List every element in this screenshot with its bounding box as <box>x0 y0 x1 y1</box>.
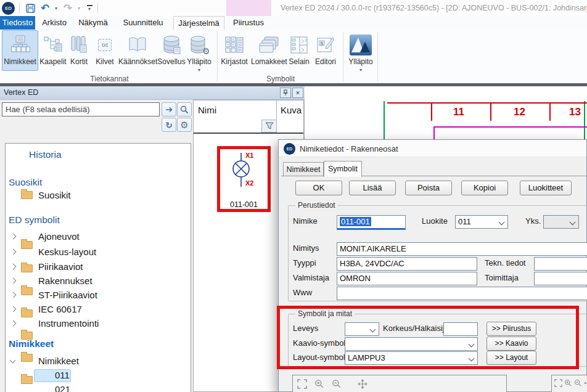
pin-icon <box>282 89 289 96</box>
zoom-fit-button[interactable] <box>554 379 562 387</box>
tree-heading-historia[interactable]: Historia <box>29 149 62 160</box>
undo-dropdown[interactable]: ▾ <box>53 2 59 14</box>
tab-piirustus[interactable]: Piirustus <box>224 16 273 30</box>
kopioi-button[interactable]: Kopioi <box>461 181 508 195</box>
tree-item-st-piirikaaviot[interactable]: ST-Piirikaaviot <box>38 290 97 300</box>
column-header-nimi[interactable]: Nimi <box>198 105 216 115</box>
tyyppi-field[interactable]: H3BA, 24VDC/AC <box>337 257 477 271</box>
tab-suunnittelu[interactable]: Suunnittelu <box>113 16 173 30</box>
frame-tick-red <box>490 102 491 121</box>
ribbon-button-editori[interactable]: S Editori <box>313 30 338 71</box>
folder-icon <box>21 191 33 199</box>
window-title: Vertex ED 2024 / 30.0.0-rc (r193762-1356… <box>281 4 587 12</box>
poista-button[interactable]: Poista <box>405 181 452 195</box>
nimike-field[interactable]: 011-001 <box>337 215 406 230</box>
ribbon-button-yllapito-db[interactable]: ⚙ Ylläpito ▾ <box>185 30 213 78</box>
ribbon-button-kortit[interactable]: Kortit <box>65 30 92 71</box>
zoom-in-button[interactable] <box>314 379 324 389</box>
tree-item-iec-60617[interactable]: IEC 60617 <box>38 304 82 314</box>
ribbon-button-yllapito-vertex[interactable]: Ylläpito ▾ <box>347 30 375 78</box>
kaavio-symboli-combobox[interactable] <box>345 337 478 351</box>
tree-item-nimikkeet[interactable]: Nimikkeet <box>38 356 79 366</box>
tab-tiedosto[interactable]: Tiedosto <box>0 16 35 30</box>
ribbon-button-label: Kilvet <box>91 58 119 66</box>
zoom-out-button[interactable] <box>332 379 342 389</box>
txt-glyph: txt <box>102 42 108 48</box>
ribbon-button-kaannokset[interactable]: Käännökset <box>118 30 157 71</box>
refresh-button[interactable]: ↻ <box>162 118 176 132</box>
yks-combobox[interactable] <box>543 215 579 229</box>
zoom-out-button[interactable] <box>574 379 582 387</box>
dialog-tab-nimikkeet[interactable]: Nimikkeet <box>283 162 324 176</box>
tree-item-ajoneuvot[interactable]: Ajoneuvot <box>38 231 80 242</box>
ribbon-button-kaapelit[interactable]: Kaapelit <box>37 30 69 71</box>
luokite-combobox[interactable]: 011 <box>455 215 508 229</box>
search-input[interactable] <box>2 102 160 116</box>
database-gear-icon: ⚙ <box>186 31 213 57</box>
pan-button[interactable] <box>584 379 587 387</box>
customize-toolbar-button[interactable]: ▾ <box>84 2 95 14</box>
nimike-value: 011-001 <box>340 217 371 226</box>
tree-item-instrumentointi[interactable]: Instrumentointi <box>38 318 99 329</box>
tree-item-suosikit[interactable]: Suosikit <box>38 190 71 200</box>
tree-item-keskus-layout[interactable]: Keskus-layout <box>38 247 96 257</box>
filter-button[interactable] <box>261 120 277 133</box>
korkeus-field[interactable] <box>443 322 478 336</box>
search-magnifier-button[interactable] <box>177 102 192 116</box>
lisaa-button[interactable]: Lisää <box>349 181 396 195</box>
tree-item-011[interactable]: 011 <box>55 370 70 380</box>
tree-item-rakennukset[interactable]: Rakennukset <box>38 276 92 286</box>
panel-pin-button[interactable] <box>280 88 291 98</box>
tree-heading-suosikit[interactable]: Suosikit <box>9 177 42 188</box>
panel-close-button[interactable]: ✕ <box>292 88 303 98</box>
undo-button[interactable]: ↶ <box>38 2 52 14</box>
harness-line-magenta <box>433 126 587 128</box>
dialog-app-icon: ED <box>284 143 295 155</box>
tree-heading-nimikkeet[interactable]: Nimikkeet <box>9 338 54 349</box>
save-button[interactable] <box>23 2 37 14</box>
tab-jarjestelma[interactable]: Järjestelmä <box>173 16 224 30</box>
piirustus-button[interactable]: >> Piirustus <box>486 322 536 336</box>
valmistaja-field[interactable]: OMRON <box>337 272 477 285</box>
app-logo-icon[interactable]: ED <box>2 2 15 15</box>
pan-button[interactable] <box>358 379 367 389</box>
tekn-tiedot-field[interactable] <box>534 257 587 271</box>
layout-symboli-combobox[interactable]: LAMPPU3 <box>345 351 478 365</box>
redo-dropdown[interactable]: ▾ <box>76 2 82 14</box>
nimike-label: Nimike <box>293 216 318 226</box>
ribbon-button-nimikkeet[interactable]: Nimikkeet <box>2 30 38 71</box>
ok-button[interactable]: OK <box>295 181 342 195</box>
kaavio-button[interactable]: >> Kaavio <box>486 337 536 351</box>
folder-icon <box>21 264 33 272</box>
www-field[interactable] <box>337 287 587 300</box>
settings-button[interactable]: ⚙ <box>177 118 192 132</box>
luokitteet-button[interactable]: Luokitteet <box>520 181 572 195</box>
tree-heading-ed-symbolit[interactable]: ED symbolit <box>9 214 60 226</box>
zoom-fit-button[interactable] <box>297 379 307 389</box>
column-header-kuva[interactable]: Kuva <box>281 105 302 115</box>
redo-button[interactable]: ↷ <box>61 2 75 14</box>
editor-pencil-icon: S <box>314 31 337 57</box>
layout-symboli-label: Layout-symboli <box>293 353 347 362</box>
ribbon-button-sovellus[interactable]: Sovellus <box>157 30 186 71</box>
leveys-combobox[interactable] <box>345 322 379 336</box>
symbolit-ja-mitat-legend: Symbolit ja mitat <box>295 310 355 317</box>
search-go-button[interactable] <box>162 102 176 116</box>
toolbar-separator <box>97 3 98 13</box>
tab-arkisto[interactable]: Arkisto <box>35 16 73 30</box>
tree-item-021[interactable]: 021 <box>55 384 70 392</box>
ribbon-button-lomakkeet[interactable]: Lomakkeet <box>250 30 287 71</box>
layout-button[interactable]: >> Layout <box>486 351 536 365</box>
nimitys-field[interactable]: MONIT.AIKARELE <box>337 242 587 256</box>
ribbon-button-selain[interactable]: Selain <box>287 30 311 71</box>
dialog-tab-symbolit[interactable]: Symbolit <box>324 161 362 177</box>
folder-icon <box>21 376 33 384</box>
korkeus-label: Korkeus/Halkaisija <box>383 324 449 333</box>
ribbon-button-kirjastot[interactable]: Kirjastot <box>218 30 250 71</box>
frame-line-red <box>387 102 587 104</box>
zoom-in-button[interactable] <box>564 379 572 387</box>
toimittaja-field[interactable] <box>534 272 587 285</box>
tree-item-piirikaaviot[interactable]: Piirikaaviot <box>38 261 83 272</box>
ribbon-button-kilvet[interactable]: txt Kilvet <box>90 30 120 71</box>
tab-nakyma[interactable]: Näkymä <box>73 16 113 30</box>
